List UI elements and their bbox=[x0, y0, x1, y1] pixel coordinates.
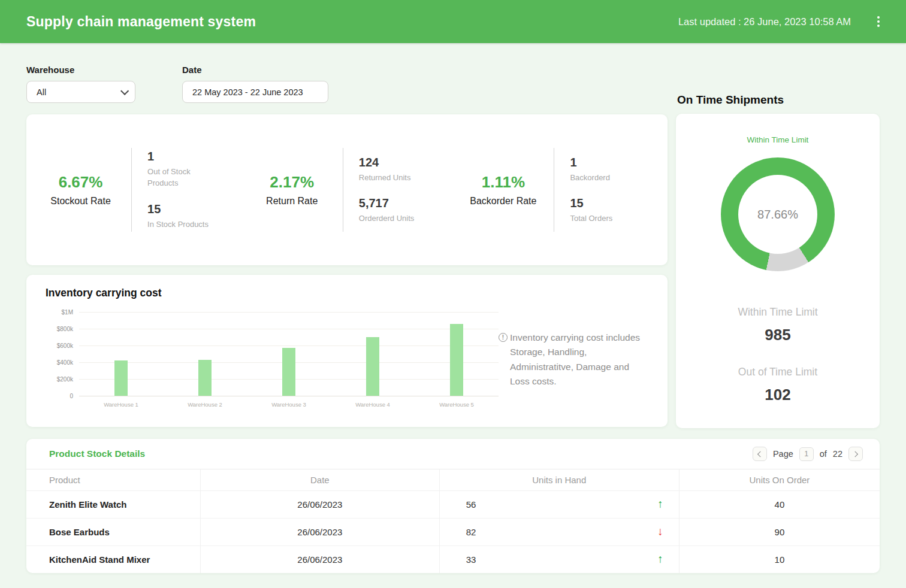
page-number-input[interactable]: 1 bbox=[799, 447, 814, 461]
on-time-donut: 87.66% bbox=[721, 157, 835, 271]
units-in-hand-value: 82 bbox=[466, 527, 476, 537]
units-on-order-cell: 10 bbox=[679, 545, 880, 573]
bar-warehouse-5 bbox=[450, 324, 463, 396]
x-axis-label: WareHouse 5 bbox=[415, 401, 499, 408]
bar-y-axis: $1M$800k$600k$400k$200k0 bbox=[46, 312, 79, 396]
units-on-order-cell: 90 bbox=[679, 518, 880, 545]
units-in-hand-cell: 33 ↑ bbox=[439, 545, 679, 573]
date-cell: 26/06/2023 bbox=[200, 545, 439, 573]
ordered-units-label: Orderderd Units bbox=[359, 213, 424, 225]
pagination: Page 1 of 22 bbox=[753, 447, 863, 461]
column-header-units-in-hand: Units in Hand bbox=[439, 469, 679, 490]
product-cell: Zenith Elite Watch bbox=[26, 490, 200, 518]
donut-top-label: Within Time Limit bbox=[676, 135, 880, 144]
app-title: Supply chain management system bbox=[26, 14, 256, 30]
warehouse-select[interactable]: All bbox=[26, 81, 135, 103]
ordered-units-value: 5,717 bbox=[359, 196, 453, 210]
total-orders-label: Total Orders bbox=[570, 213, 635, 225]
y-axis-tick: $400k bbox=[57, 359, 73, 365]
date-label: Date bbox=[182, 65, 328, 75]
product-table-body: Zenith Elite Watch 26/06/2023 56 ↑ 40 Bo… bbox=[26, 490, 880, 573]
units-on-order-cell: 40 bbox=[679, 490, 880, 518]
within-time-limit-value: 985 bbox=[676, 326, 880, 344]
return-rate-value: 2.17% bbox=[241, 173, 343, 192]
backorder-rate-value: 1.11% bbox=[452, 173, 554, 192]
table-row: Zenith Elite Watch 26/06/2023 56 ↑ 40 bbox=[26, 490, 880, 518]
bar-warehouse-3 bbox=[282, 348, 295, 395]
inventory-note-text: Inventory carrying cost includes Storage… bbox=[510, 331, 648, 388]
date-range-input[interactable]: 22 May 2023 - 22 June 2023 bbox=[182, 81, 328, 103]
gridline bbox=[79, 396, 499, 396]
inventory-bar-chart: $1M$800k$600k$400k$200k0 WareHouse 1Ware… bbox=[46, 312, 499, 408]
column-header-units-on-order: Units On Order bbox=[679, 469, 880, 490]
page-label: Page bbox=[773, 449, 793, 459]
bar-warehouse-1 bbox=[114, 360, 128, 395]
trend-down-arrow-icon: ↓ bbox=[657, 525, 663, 538]
total-pages: 22 bbox=[833, 449, 842, 459]
table-row: KitchenAid Stand Mixer 26/06/2023 33 ↑ 1… bbox=[26, 545, 880, 573]
kpi-group-backorder: 1.11% Backorder Rate 1 Backorderd 15 Tot… bbox=[452, 114, 664, 265]
kpi-group-return: 2.17% Return Rate 124 Returned Units 5,7… bbox=[241, 114, 453, 265]
y-axis-tick: $600k bbox=[57, 342, 73, 348]
y-axis-tick: $200k bbox=[57, 375, 73, 382]
column-header-date: Date bbox=[200, 469, 439, 490]
product-stock-title: Product Stock Details bbox=[49, 448, 145, 459]
backorder-rate-label: Backorder Rate bbox=[452, 196, 554, 207]
last-updated-text: Last updated : 26 June, 2023 10:58 AM bbox=[678, 16, 851, 28]
stockout-rate-label: Stockout Rate bbox=[30, 196, 131, 207]
units-in-hand-value: 33 bbox=[466, 554, 476, 565]
of-label: of bbox=[820, 449, 827, 459]
inventory-cost-title: Inventory carrying cost bbox=[46, 287, 652, 299]
info-icon: ! bbox=[499, 333, 508, 342]
backordered-label: Backorderd bbox=[570, 172, 635, 184]
in-stock-value: 15 bbox=[147, 202, 241, 216]
in-stock-label: In Stock Products bbox=[147, 219, 212, 231]
donut-center-value: 87.66% bbox=[738, 175, 817, 254]
x-axis-label: WareHouse 4 bbox=[331, 401, 415, 408]
kebab-menu-icon[interactable] bbox=[875, 14, 882, 29]
product-stock-card: Product Stock Details Page 1 of 22 Produ… bbox=[26, 439, 880, 573]
kpi-group-stockout: 6.67% Stockout Rate 1 Out of Stock Produ… bbox=[30, 114, 241, 265]
next-page-button[interactable] bbox=[848, 447, 863, 461]
y-axis-tick: $1M bbox=[62, 308, 73, 315]
stockout-rate-value: 6.67% bbox=[30, 173, 131, 192]
units-in-hand-value: 56 bbox=[466, 499, 476, 510]
chevron-down-icon bbox=[120, 86, 129, 95]
app-header: Supply chain management system Last upda… bbox=[0, 0, 906, 43]
y-axis-tick: 0 bbox=[70, 392, 73, 399]
on-time-shipments-title: On Time Shipments bbox=[677, 93, 880, 107]
warehouse-selected-value: All bbox=[37, 87, 46, 97]
table-header-row: Product Date Units in Hand Units On Orde… bbox=[26, 469, 880, 490]
return-rate-label: Return Rate bbox=[241, 196, 343, 207]
product-stock-table: Product Date Units in Hand Units On Orde… bbox=[26, 469, 880, 573]
product-cell: Bose Earbuds bbox=[26, 518, 200, 545]
total-orders-value: 15 bbox=[570, 196, 664, 210]
bar-warehouse-4 bbox=[366, 337, 379, 395]
warehouse-label: Warehouse bbox=[26, 65, 135, 75]
out-of-stock-value: 1 bbox=[147, 150, 241, 163]
backordered-value: 1 bbox=[570, 156, 664, 169]
filters-row: Warehouse All Date 22 May 2023 - 22 June… bbox=[26, 65, 668, 103]
returned-units-label: Returned Units bbox=[359, 172, 424, 184]
out-of-stock-label: Out of Stock Products bbox=[147, 166, 212, 189]
inventory-cost-card: Inventory carrying cost $1M$800k$600k$40… bbox=[26, 275, 668, 427]
table-row: Bose Earbuds 26/06/2023 82 ↓ 90 bbox=[26, 518, 880, 545]
x-axis-label: WareHouse 1 bbox=[79, 401, 163, 408]
inventory-note: ! Inventory carrying cost includes Stora… bbox=[499, 331, 648, 388]
bar-plot bbox=[79, 312, 499, 396]
y-axis-tick: $800k bbox=[57, 325, 73, 332]
date-range-value: 22 May 2023 - 22 June 2023 bbox=[192, 87, 303, 97]
x-axis-label: WareHouse 3 bbox=[247, 401, 331, 408]
column-header-product: Product bbox=[26, 469, 200, 490]
kpi-summary-card: 6.67% Stockout Rate 1 Out of Stock Produ… bbox=[26, 114, 668, 265]
returned-units-value: 124 bbox=[359, 156, 453, 169]
out-of-time-limit-label: Out of Time Limit bbox=[676, 366, 880, 378]
units-in-hand-cell: 82 ↓ bbox=[439, 518, 679, 545]
within-time-limit-label: Within Time Limit bbox=[676, 306, 880, 319]
prev-page-button[interactable] bbox=[753, 447, 767, 461]
out-of-time-limit-value: 102 bbox=[676, 386, 880, 404]
chevron-right-icon bbox=[852, 451, 858, 457]
on-time-shipments-card: Within Time Limit 87.66% Within Time Lim… bbox=[676, 114, 880, 428]
product-cell: KitchenAid Stand Mixer bbox=[26, 545, 200, 573]
trend-up-arrow-icon: ↑ bbox=[657, 553, 663, 566]
